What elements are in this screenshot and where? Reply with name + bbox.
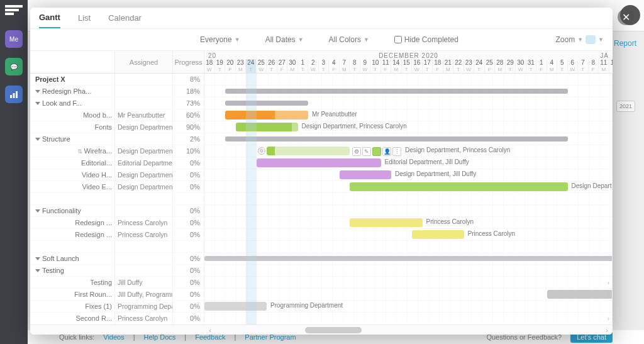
gantt-bar[interactable] xyxy=(236,123,298,131)
bar-start-handle[interactable]: ✲ xyxy=(258,147,265,155)
day-30[interactable]: 30M xyxy=(287,59,298,73)
gantt-bar[interactable] xyxy=(267,147,350,155)
gantt-bar[interactable] xyxy=(412,230,464,239)
gantt-bar[interactable] xyxy=(204,256,613,261)
row-timeline[interactable]: Editorial Department, Jill Duffy xyxy=(204,157,613,169)
row-name[interactable]: Video E... xyxy=(30,181,115,193)
row-timeline[interactable]: Design Department, Jill xyxy=(204,181,613,193)
day-19[interactable]: 19T xyxy=(215,59,226,73)
day-12[interactable]: 12T xyxy=(609,59,613,73)
day-29[interactable]: 29T xyxy=(506,59,516,73)
year-pill[interactable]: 2021 xyxy=(616,101,635,112)
row-name[interactable]: Testing xyxy=(30,277,115,289)
row-name[interactable]: Second R... xyxy=(30,313,115,325)
row-name[interactable]: ⇅Wirefra... xyxy=(30,145,115,157)
row-timeline[interactable] xyxy=(204,86,613,97)
row-timeline[interactable]: Princess Carolyn xyxy=(204,217,613,229)
gantt-bar[interactable] xyxy=(350,182,568,191)
chevron-right-icon[interactable]: › xyxy=(608,315,609,322)
row-name[interactable]: Functionality xyxy=(30,205,115,217)
day-11[interactable]: 11M xyxy=(599,59,609,73)
row-timeline[interactable] xyxy=(204,265,613,277)
day-25[interactable]: 25F xyxy=(485,59,496,73)
col-assigned[interactable]: Assigned xyxy=(115,51,173,74)
day-11[interactable]: 11F xyxy=(381,59,392,73)
day-4[interactable]: 4F xyxy=(329,59,340,73)
row-name[interactable]: Fonts xyxy=(30,121,115,133)
zoom-control[interactable]: Zoom▼▼ xyxy=(555,35,604,44)
scroll-right-icon[interactable]: › xyxy=(602,326,611,334)
sidebar-chart-icon[interactable] xyxy=(5,86,23,103)
row-timeline[interactable]: › xyxy=(204,277,613,289)
row-name[interactable]: Redesign ... xyxy=(30,229,115,241)
timeline-header[interactable]: 20 DECEMBER 2020 JA 18W19T20F23M24T25W26… xyxy=(204,51,613,74)
row-timeline[interactable] xyxy=(204,74,613,86)
day-18[interactable]: 18F xyxy=(433,59,443,73)
sidebar-chat-icon[interactable]: 💬 xyxy=(5,58,23,75)
day-7[interactable]: 7M xyxy=(340,59,350,73)
day-17[interactable]: 17T xyxy=(423,59,433,73)
row-timeline[interactable]: Design Department, Jill Duffy xyxy=(204,169,613,181)
day-30[interactable]: 30W xyxy=(516,59,526,73)
gantt-bar[interactable] xyxy=(340,170,392,179)
day-4[interactable]: 4M xyxy=(547,59,558,73)
gantt-bar[interactable] xyxy=(225,111,308,119)
filter-dates[interactable]: All Dates▼ xyxy=(265,35,304,44)
color-icon[interactable] xyxy=(372,147,381,156)
row-timeline[interactable] xyxy=(204,97,613,109)
day-7[interactable]: 7T xyxy=(578,59,589,73)
filter-everyone[interactable]: Everyone▼ xyxy=(200,35,240,44)
tab-list[interactable]: List xyxy=(78,13,91,28)
row-timeline[interactable]: Programming Department xyxy=(204,301,613,313)
scroll-left-icon[interactable]: ‹ xyxy=(206,326,214,334)
horizontal-scrollbar[interactable]: ‹ › xyxy=(204,325,613,335)
gantt-bar[interactable] xyxy=(204,302,267,311)
day-23[interactable]: 23M xyxy=(236,59,247,73)
day-31[interactable]: 31T xyxy=(526,59,537,73)
day-24[interactable]: 24T xyxy=(246,59,257,73)
row-timeline[interactable] xyxy=(204,205,613,217)
row-name[interactable]: Video H... xyxy=(30,169,115,181)
row-timeline[interactable]: Mr Peanutbutter xyxy=(204,109,613,121)
hide-completed-checkbox[interactable] xyxy=(394,36,402,43)
day-14[interactable]: 14M xyxy=(391,59,402,73)
row-name[interactable]: Fixes (1) xyxy=(30,301,115,313)
zoom-color-chip[interactable] xyxy=(586,35,596,44)
day-21[interactable]: 21M xyxy=(443,59,454,73)
day-16[interactable]: 16W xyxy=(412,59,423,73)
day-2[interactable]: 2W xyxy=(308,59,319,73)
row-timeline[interactable] xyxy=(204,193,613,205)
day-28[interactable]: 28M xyxy=(495,59,506,73)
row-timeline[interactable] xyxy=(204,253,613,265)
gear-icon[interactable]: ⚙ xyxy=(352,147,361,156)
day-1[interactable]: 1F xyxy=(536,59,547,73)
row-timeline[interactable]: › xyxy=(204,313,613,325)
day-20[interactable]: 20F xyxy=(225,59,236,73)
tab-gantt[interactable]: Gantt xyxy=(39,13,60,28)
row-timeline[interactable] xyxy=(204,241,613,253)
filter-hide-completed[interactable]: Hide Completed xyxy=(394,35,458,44)
row-timeline[interactable]: Jill Duf› xyxy=(204,289,613,301)
day-22[interactable]: 22T xyxy=(453,59,464,73)
day-24[interactable]: 24T xyxy=(474,59,485,73)
day-27[interactable]: 27F xyxy=(277,59,288,73)
row-timeline[interactable]: Design Department, Princess Carolyn xyxy=(204,121,613,133)
person-icon[interactable]: 👤 xyxy=(382,147,391,156)
gantt-bar[interactable] xyxy=(350,218,423,227)
row-name[interactable]: First Roun... xyxy=(30,289,115,301)
sidebar-me-badge[interactable]: Me xyxy=(5,30,23,48)
day-8[interactable]: 8F xyxy=(589,59,599,73)
more-icon[interactable]: ⋮ xyxy=(392,147,401,156)
row-name[interactable]: Redesign Pha... xyxy=(30,86,115,97)
row-timeline[interactable]: ⚙✎👤⋮✲Design Department, Princess Carolyn xyxy=(204,145,613,157)
row-timeline[interactable] xyxy=(204,133,613,145)
day-15[interactable]: 15T xyxy=(402,59,413,73)
row-name[interactable]: Look and F... xyxy=(30,97,115,109)
day-5[interactable]: 5T xyxy=(557,59,568,73)
day-9[interactable]: 9W xyxy=(360,59,371,73)
row-name[interactable]: Project X xyxy=(30,74,115,86)
day-10[interactable]: 10T xyxy=(370,59,381,73)
row-name[interactable]: Testing xyxy=(30,265,115,277)
row-name[interactable]: Editorial... xyxy=(30,157,115,169)
day-26[interactable]: 26T xyxy=(267,59,277,73)
